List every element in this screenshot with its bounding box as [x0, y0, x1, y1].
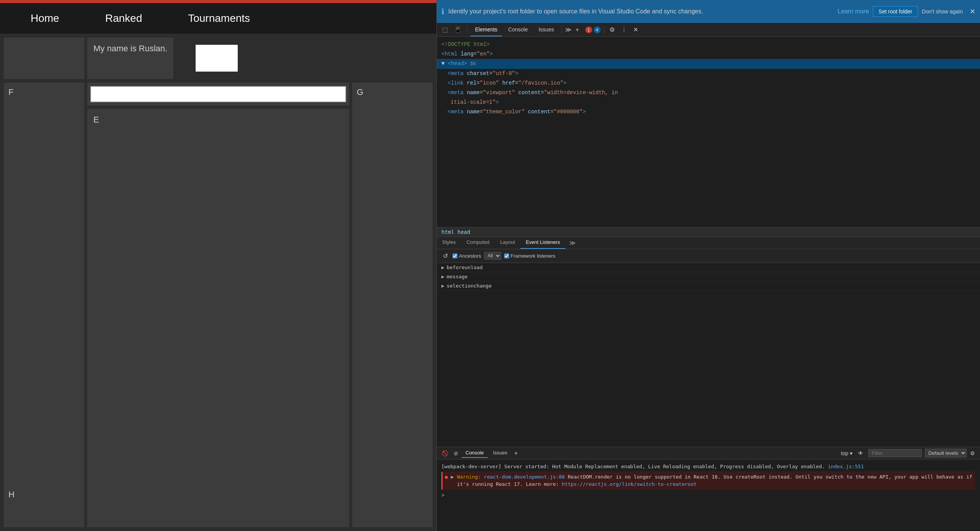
cell-e-label: E: [93, 115, 99, 125]
event-list: ▶ beforeunload ▶ message ▶ selectionchan…: [437, 263, 980, 447]
close-devtools-button[interactable]: ✕: [631, 25, 640, 35]
cell-h: H: [4, 485, 84, 527]
top-red-bar: [0, 0, 436, 3]
nav-item-tournaments[interactable]: Tournaments: [165, 3, 273, 34]
console-tab-issues[interactable]: Issues: [489, 448, 511, 458]
more-options-icon[interactable]: ⋮: [619, 25, 629, 35]
info-actions: Learn more Set root folder Don't show ag…: [838, 6, 975, 17]
top-row: My name is Ruslan.: [0, 34, 436, 79]
ancestors-checkbox-label[interactable]: Ancestors: [452, 253, 481, 259]
badge-container: 1 4: [585, 26, 601, 33]
devtools-info-bar: ℹ Identify your project's root folder to…: [437, 0, 980, 23]
cell-e: E: [87, 109, 349, 485]
set-root-button[interactable]: Set root folder: [873, 6, 918, 17]
html-line-viewport-2: itial-scale=1">: [441, 98, 975, 107]
toolbar-divider-2: [562, 26, 562, 34]
input-row: [87, 83, 349, 106]
more-tabs-icon[interactable]: ≫: [565, 26, 572, 33]
console-webpack-link[interactable]: index.js:551: [828, 464, 864, 469]
settings-icon[interactable]: ⚙: [607, 25, 617, 35]
left-col: F: [4, 83, 84, 485]
event-message[interactable]: ▶ message: [437, 272, 980, 281]
event-selectionchange[interactable]: ▶ selectionchange: [437, 281, 980, 291]
app-area: Home Ranked Tournaments My name is Rusla…: [0, 0, 436, 531]
console-level-select[interactable]: Default levels: [925, 449, 967, 457]
framework-checkbox-label[interactable]: Framework listeners: [504, 253, 555, 259]
nav-bar: Home Ranked Tournaments: [0, 3, 436, 34]
breadcrumb-head[interactable]: head: [457, 229, 470, 235]
console-filter-input[interactable]: [868, 449, 922, 457]
framework-listeners-label: Framework listeners: [511, 253, 555, 259]
refresh-event-listeners-button[interactable]: ↺: [441, 252, 449, 260]
console-tab-console[interactable]: Console: [462, 448, 488, 458]
console-error-icon: ●: [445, 473, 448, 488]
tab-event-listeners[interactable]: Event Listeners: [520, 237, 565, 249]
console-clear-button[interactable]: 🚫: [440, 449, 450, 457]
html-line-viewport: <meta name="viewport" content="width=dev…: [441, 88, 975, 98]
console-warning-link[interactable]: react-dom.development.js:86: [484, 474, 565, 480]
info-badge: 4: [594, 26, 601, 33]
event-arrow-selectionchange: ▶: [441, 283, 444, 289]
close-info-bar-button[interactable]: ✕: [970, 7, 975, 16]
bottom-right: [352, 485, 433, 527]
center-col: E: [87, 83, 349, 485]
panel-tab-more-icon[interactable]: ≫: [565, 237, 580, 249]
console-panel: 🚫 ⊘ Console Issues + top ▾ 👁 Default lev…: [437, 447, 980, 531]
html-line-head[interactable]: ▼ <head> $0: [437, 59, 980, 69]
console-content: [webpack-dev-server] Server started: Hot…: [437, 459, 980, 531]
tab-layout[interactable]: Layout: [495, 237, 520, 249]
console-filter-icon[interactable]: ⊘: [452, 449, 460, 457]
ancestors-checkbox[interactable]: [452, 253, 457, 258]
console-warning-text: Warning: react-dom.development.js:86 Rea…: [457, 473, 975, 488]
console-settings-icon[interactable]: ⚙: [968, 449, 977, 457]
elements-panel: <!DOCTYPE html> <html lang="en"> ▼ <head…: [437, 37, 980, 531]
console-prompt[interactable]: >: [441, 491, 975, 499]
inspect-icon[interactable]: ⬚: [440, 25, 450, 35]
event-arrow-beforeunload: ▶: [441, 265, 444, 270]
html-tree: <!DOCTYPE html> <html lang="en"> ▼ <head…: [437, 37, 980, 227]
bottom-row: H: [0, 485, 436, 531]
nav-item-home[interactable]: Home: [8, 3, 82, 34]
breadcrumb-html[interactable]: html: [441, 229, 454, 235]
console-eye-icon[interactable]: 👁: [856, 449, 865, 457]
nav-item-ranked[interactable]: Ranked: [82, 3, 165, 34]
new-tab-icon[interactable]: +: [573, 25, 581, 35]
dont-show-again-button[interactable]: Don't show again: [922, 8, 963, 15]
bottom-center: [87, 485, 349, 527]
ancestors-label: Ancestors: [459, 253, 481, 259]
console-toolbar: 🚫 ⊘ Console Issues + top ▾ 👁 Default lev…: [437, 447, 980, 459]
event-name-beforeunload: beforeunload: [447, 265, 483, 270]
tab-issues[interactable]: Issues: [534, 23, 559, 36]
devtools-panel: ℹ Identify your project's root folder to…: [436, 0, 980, 531]
tab-console[interactable]: Console: [503, 23, 532, 36]
add-console-tab-icon[interactable]: +: [514, 450, 518, 457]
console-react-link[interactable]: https://reactjs.org/link/switch-to-creat…: [562, 481, 697, 487]
device-icon[interactable]: 📱: [452, 25, 464, 35]
event-name-message: message: [447, 274, 468, 279]
cell-g-label: G: [352, 83, 433, 102]
cell-h-label: H: [8, 490, 15, 500]
html-line-link: <link rel="icon" href="/favicon.ico">: [441, 78, 975, 88]
event-arrow-message: ▶: [441, 274, 444, 279]
center-top: My name is Ruslan.: [87, 38, 173, 79]
preview-box: [176, 38, 257, 79]
console-warning-arrow[interactable]: ▶: [451, 473, 454, 488]
event-beforeunload[interactable]: ▶ beforeunload: [437, 263, 980, 272]
grid-section: F E G: [0, 79, 436, 485]
cell-f: F: [4, 83, 84, 485]
console-warning-prefix: Warning:: [457, 474, 481, 480]
html-line-meta: <meta charset="utf-8">: [441, 69, 975, 78]
cell-f-top: [4, 38, 84, 79]
tab-elements[interactable]: Elements: [470, 23, 502, 36]
learn-more-link[interactable]: Learn more: [838, 8, 869, 15]
center-input[interactable]: [90, 86, 346, 102]
toolbar-divider-3: [604, 26, 604, 34]
framework-listeners-checkbox[interactable]: [504, 253, 509, 258]
tab-computed[interactable]: Computed: [461, 237, 495, 249]
event-filter-select[interactable]: All: [484, 252, 501, 260]
breadcrumb: html head: [437, 227, 980, 237]
console-top-selector[interactable]: top ▾: [839, 449, 854, 457]
preview-inner: [196, 45, 238, 72]
tab-styles[interactable]: Styles: [437, 237, 461, 249]
devtools-toolbar: ⬚ 📱 Elements Console Issues ≫ + 1 4 ⚙ ⋮ …: [437, 23, 980, 37]
